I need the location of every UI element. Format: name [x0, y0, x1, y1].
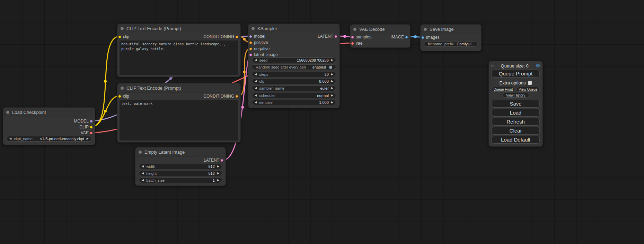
node-titlebar[interactable]: Load Checkpoint — [3, 108, 95, 117]
view-history-button[interactable]: View History — [503, 93, 529, 98]
collapse-dot-icon[interactable] — [252, 27, 255, 30]
increment-arrow-icon[interactable]: ▶ — [331, 72, 333, 77]
increment-arrow-icon[interactable]: ▶ — [217, 164, 219, 169]
slot-model-input: model — [248, 34, 265, 39]
refresh-button[interactable]: Refresh — [492, 118, 540, 126]
widget-filename-prefix[interactable]: filename_prefix ComfyUI — [424, 41, 478, 47]
collapse-dot-icon[interactable] — [6, 111, 9, 114]
latent-image-input-port[interactable] — [249, 53, 252, 56]
widget-random-seed-toggle[interactable]: Random seed after every gen enabled — [252, 64, 336, 70]
increment-arrow-icon[interactable]: ▶ — [217, 178, 219, 183]
node-title: Empty Latent Image — [144, 150, 185, 155]
extra-options-checkbox[interactable] — [528, 81, 532, 85]
node-titlebar[interactable]: CLIP Text Encode (Prompt) — [117, 24, 240, 33]
slot-model-output: MODEL — [74, 118, 95, 124]
increment-arrow-icon[interactable]: ▶ — [331, 86, 333, 91]
conditioning-output-port[interactable] — [235, 95, 238, 98]
widget-height[interactable]: ◀ height 512 ▶ — [139, 171, 222, 176]
increment-arrow-icon[interactable]: ▶ — [331, 58, 333, 63]
queue-panel[interactable]: ⠿ Queue size: 0 ⚙ Queue Prompt Extra opt… — [488, 61, 543, 147]
node-ksampler[interactable]: KSampler model LATENT positive negative … — [248, 24, 340, 108]
widget-seed[interactable]: ◀ seed 156680208700286 ▶ — [252, 57, 336, 63]
collapse-dot-icon[interactable] — [139, 151, 142, 154]
increment-arrow-icon[interactable]: ▶ — [331, 100, 333, 105]
node-graph-canvas[interactable]: Load Checkpoint MODEL CLIP VAE ◀ ckpt_na… — [0, 0, 644, 244]
widget-value: 20 — [325, 72, 329, 76]
clear-button[interactable]: Clear — [492, 127, 540, 135]
node-titlebar[interactable]: KSampler — [248, 24, 339, 33]
prompt-textarea[interactable]: beautiful scenery nature glass bottle la… — [120, 40, 238, 75]
node-load-checkpoint[interactable]: Load Checkpoint MODEL CLIP VAE ◀ ckpt_na… — [3, 107, 95, 145]
collapse-dot-icon[interactable] — [121, 27, 124, 30]
prompt-textarea[interactable]: text, watermark — [120, 100, 238, 141]
latent-output-port[interactable] — [334, 35, 337, 38]
model-input-port[interactable] — [249, 35, 252, 38]
decrement-arrow-icon[interactable]: ◀ — [142, 178, 144, 183]
toggle-dot-icon[interactable] — [329, 66, 332, 69]
load-default-button[interactable]: Load Default — [492, 136, 540, 144]
slot-clip-input: clip — [117, 34, 129, 39]
node-clip-text-encode-negative[interactable]: CLIP Text Encode (Prompt) clip CONDITION… — [117, 83, 241, 143]
widget-value: normal — [317, 93, 329, 98]
decrement-arrow-icon[interactable]: ◀ — [255, 93, 257, 98]
latent-output-port[interactable] — [220, 159, 223, 162]
drag-handle-icon[interactable]: ⠿ — [491, 63, 494, 69]
positive-input-port[interactable] — [249, 41, 252, 44]
widget-denoise[interactable]: ◀ denoise 1.000 ▶ — [252, 100, 336, 105]
link-midpoint-dot — [414, 35, 417, 38]
widget-cfg[interactable]: ◀ cfg 8.000 ▶ — [252, 79, 336, 84]
image-output-port[interactable] — [405, 36, 408, 39]
widget-steps[interactable]: ◀ steps 20 ▶ — [252, 72, 336, 77]
decrement-arrow-icon[interactable]: ◀ — [142, 164, 144, 169]
increment-arrow-icon[interactable]: ▶ — [331, 93, 333, 98]
decrement-arrow-icon[interactable]: ◀ — [9, 136, 11, 141]
decrement-arrow-icon[interactable]: ◀ — [255, 58, 257, 63]
slot-label: clip — [123, 94, 129, 99]
increment-arrow-icon[interactable]: ▶ — [217, 171, 219, 176]
slot-conditioning-output: CONDITIONING — [203, 93, 240, 99]
node-save-image[interactable]: Save Image images filename_prefix ComfyU… — [420, 24, 482, 51]
node-titlebar[interactable]: Empty Latent Image — [135, 147, 226, 157]
widget-value: enabled — [312, 65, 326, 69]
node-titlebar[interactable]: VAE Decode — [350, 25, 410, 34]
decrement-arrow-icon[interactable]: ◀ — [255, 72, 257, 77]
node-titlebar[interactable]: Save Image — [421, 25, 481, 34]
widget-ckpt-name[interactable]: ◀ ckpt_name v1-5-pruned-emaonly.ckpt ▶ — [7, 136, 91, 142]
node-titlebar[interactable]: CLIP Text Encode (Prompt) — [117, 83, 240, 93]
widget-sampler-name[interactable]: ◀ sampler_name euler ▶ — [252, 85, 336, 91]
collapse-dot-icon[interactable] — [424, 28, 427, 31]
vae-input-port[interactable] — [351, 42, 354, 45]
collapse-dot-icon[interactable] — [353, 28, 356, 31]
increment-arrow-icon[interactable]: ▶ — [331, 79, 333, 84]
node-vae-decode[interactable]: VAE Decode samples IMAGE vae — [350, 24, 411, 48]
decrement-arrow-icon[interactable]: ◀ — [255, 86, 257, 91]
increment-arrow-icon[interactable]: ▶ — [87, 136, 89, 141]
negative-input-port[interactable] — [249, 47, 252, 51]
collapse-dot-icon[interactable] — [121, 87, 124, 90]
widget-name: scheduler — [259, 93, 276, 98]
decrement-arrow-icon[interactable]: ◀ — [142, 171, 144, 176]
queue-front-button[interactable]: Queue Front — [492, 87, 515, 92]
queue-prompt-button[interactable]: Queue Prompt — [492, 70, 540, 78]
clip-input-port[interactable] — [118, 35, 121, 38]
images-input-port[interactable] — [421, 36, 424, 39]
link-midpoint-dot — [343, 35, 346, 38]
widget-batch-size[interactable]: ◀ batch_size 1 ▶ — [139, 178, 222, 183]
conditioning-output-port[interactable] — [235, 35, 238, 38]
decrement-arrow-icon[interactable]: ◀ — [255, 100, 257, 105]
settings-gear-icon[interactable]: ⚙ — [536, 63, 540, 69]
samples-input-port[interactable] — [351, 36, 354, 39]
node-empty-latent-image[interactable]: Empty Latent Image LATENT ◀ width 512 ▶ … — [135, 147, 226, 186]
widget-scheduler[interactable]: ◀ scheduler normal ▶ — [252, 93, 336, 98]
clip-input-port[interactable] — [118, 95, 121, 98]
view-queue-button[interactable]: View Queue — [517, 87, 540, 92]
widget-width[interactable]: ◀ width 512 ▶ — [139, 164, 222, 169]
vae-output-port[interactable] — [90, 132, 93, 135]
model-output-port[interactable] — [90, 120, 93, 123]
node-clip-text-encode-positive[interactable]: CLIP Text Encode (Prompt) clip CONDITION… — [117, 24, 241, 77]
load-button[interactable]: Load — [492, 109, 540, 117]
save-button[interactable]: Save — [492, 100, 540, 108]
clip-output-port[interactable] — [90, 126, 93, 129]
decrement-arrow-icon[interactable]: ◀ — [255, 79, 257, 84]
slot-positive-input: positive — [248, 40, 268, 45]
